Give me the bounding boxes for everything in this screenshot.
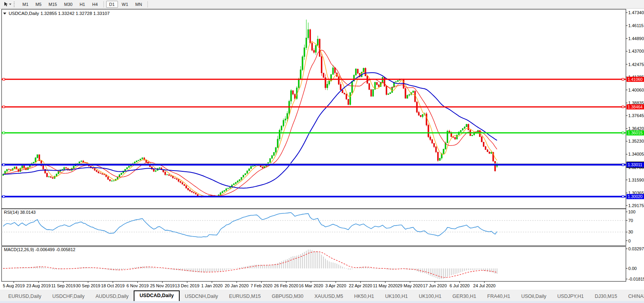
svg-text:26 Feb 2020: 26 Feb 2020 [274, 283, 298, 288]
cursor-tool-icon[interactable] [2, 1, 13, 7]
svg-text:1.32855 1.33242 1.32728 1.3310: 1.32855 1.33242 1.32728 1.33107 [40, 11, 110, 16]
svg-text:1.34005: 1.34005 [628, 152, 644, 156]
svg-text:25 Nov 2019: 25 Nov 2019 [150, 283, 175, 288]
svg-text:17 Jun 2020: 17 Jun 2020 [423, 283, 447, 288]
tab-eurusd-m15[interactable]: EURUSD,M15 [224, 292, 266, 301]
timeframe-h1-button[interactable]: H1 [76, 1, 88, 8]
svg-text:16 Mar 2020: 16 Mar 2020 [299, 283, 323, 288]
svg-text:1.35230: 1.35230 [628, 139, 644, 143]
tab-usdjpy-h1[interactable]: USDJPY,H1 [552, 292, 589, 301]
tab-uk100-h1-2[interactable]: UK100,H1 [414, 292, 447, 301]
timeframe-m1-button[interactable]: M1 [19, 1, 31, 8]
tab-gbpusd-m30[interactable]: GBPUSD,M30 [267, 292, 309, 301]
svg-text:1.36015: 1.36015 [628, 130, 643, 135]
svg-text:7 Feb 2020: 7 Feb 2020 [250, 283, 272, 288]
timeframe-toolbar: M1 M5 M15 M30 H1 H4 D1 W1 MN [0, 0, 644, 9]
svg-text:1.46115: 1.46115 [628, 23, 644, 28]
svg-text:5 Aug 2019: 5 Aug 2019 [3, 283, 25, 288]
svg-text:1.38464: 1.38464 [628, 105, 643, 109]
panel-borders [2, 9, 626, 282]
tab-uk100-h1[interactable]: UK100,H1 [380, 292, 413, 301]
svg-text:11 May 2020: 11 May 2020 [373, 283, 398, 288]
toolbar-separator [103, 1, 104, 7]
svg-text:1.47340: 1.47340 [628, 10, 644, 15]
svg-text:1.31590: 1.31590 [628, 178, 644, 182]
svg-text:18 Oct 2019: 18 Oct 2019 [101, 283, 125, 288]
timeframe-m30-button[interactable]: M30 [61, 1, 75, 8]
toolbar-grip [14, 2, 16, 7]
svg-text:23 Aug 2019: 23 Aug 2019 [26, 283, 51, 288]
status-bar [0, 301, 644, 303]
svg-text:11 Sep 2019: 11 Sep 2019 [51, 283, 75, 288]
svg-text:0.032972: 0.032972 [628, 246, 644, 251]
svg-text:1 Jan 2020: 1 Jan 2020 [201, 283, 223, 288]
svg-text:100: 100 [628, 209, 635, 214]
timeframe-m5-button[interactable]: M5 [32, 1, 44, 8]
chart-tabs-bar: EURUSD,Daily USDCHF,Daily AUDUSD,Daily U… [0, 290, 644, 301]
svg-text:1.40060: 1.40060 [628, 88, 644, 92]
chart-window[interactable]: 1.473401.461151.448901.437001.424751.412… [0, 9, 644, 290]
svg-text:6 Nov 2019: 6 Nov 2019 [127, 283, 149, 288]
tab-usdchf-daily[interactable]: USDCHF,Daily [47, 292, 90, 301]
tab-usdcnh-daily[interactable]: USDCNH,Daily [180, 292, 223, 301]
tab-dj30-m15[interactable]: DJ30,M15 [590, 292, 622, 301]
tab-audusd-daily[interactable]: AUDUSD,Daily [90, 292, 134, 301]
svg-text:30 Sep 2019: 30 Sep 2019 [76, 283, 100, 288]
svg-text:0: 0 [628, 239, 631, 243]
timeframe-mn-button[interactable]: MN [132, 1, 145, 8]
svg-text:1.42475: 1.42475 [628, 62, 644, 67]
timeframe-d1-button[interactable]: D1 [106, 1, 118, 8]
svg-text:13 Dec 2019: 13 Dec 2019 [175, 283, 199, 288]
svg-text:1.33011: 1.33011 [628, 162, 642, 167]
svg-text:1.44890: 1.44890 [628, 36, 644, 41]
svg-text:29 May 2020: 29 May 2020 [397, 283, 423, 288]
svg-text:30: 30 [628, 230, 633, 234]
chart-title: USDCAD,Daily1.32855 1.33242 1.32728 1.33… [3, 11, 110, 16]
date-axis: 5 Aug 201923 Aug 201911 Sep 201930 Sep 2… [3, 281, 495, 288]
svg-text:MACD(12,26,9) -0.006499 -0.005: MACD(12,26,9) -0.006499 -0.005812 [4, 247, 75, 252]
svg-text:3 Apr 2020: 3 Apr 2020 [325, 283, 346, 288]
svg-text:RSI(14) 38.0143: RSI(14) 38.0143 [4, 210, 36, 215]
tab-china300-h4[interactable]: CHINA300,H4 [623, 292, 644, 301]
svg-text:24 Jul 2020: 24 Jul 2020 [473, 283, 496, 288]
svg-text:1.29175: 1.29175 [628, 203, 644, 208]
chart-canvas[interactable]: 1.473401.461151.448901.437001.424751.412… [0, 9, 644, 290]
svg-text:USDCAD,Daily: USDCAD,Daily [9, 11, 39, 16]
tab-ger30-h1[interactable]: GER30,H1 [447, 292, 481, 301]
svg-text:0.00: 0.00 [628, 266, 637, 271]
tab-eurusd-daily[interactable]: EURUSD,Daily [3, 292, 46, 301]
svg-text:-0.018154: -0.018154 [628, 277, 644, 281]
tab-usoil-daily[interactable]: USOil,Daily [516, 292, 552, 301]
tab-hk50-h1[interactable]: HK50,H1 [349, 292, 379, 301]
svg-text:1.30020: 1.30020 [628, 194, 643, 199]
toolbar-separator [147, 1, 148, 7]
svg-text:1.43700: 1.43700 [628, 49, 644, 53]
svg-text:1.41060: 1.41060 [628, 77, 643, 82]
timeframe-m15-button[interactable]: M15 [46, 1, 60, 8]
svg-text:70: 70 [628, 218, 633, 223]
tab-usdcad-daily[interactable]: USDCAD,Daily [134, 290, 180, 301]
timeframe-h4-button[interactable]: H4 [89, 1, 101, 8]
tab-fra40-h1[interactable]: FRA40,H1 [482, 292, 515, 301]
svg-text:1.37645: 1.37645 [628, 113, 644, 118]
svg-text:20 Jan 2020: 20 Jan 2020 [225, 283, 249, 288]
tab-xauusd-m5[interactable]: XAUUSD,M5 [309, 292, 348, 301]
timeframe-w1-button[interactable]: W1 [119, 1, 132, 8]
svg-text:22 Apr 2020: 22 Apr 2020 [349, 283, 372, 288]
svg-text:6 Jul 2020: 6 Jul 2020 [450, 283, 470, 288]
